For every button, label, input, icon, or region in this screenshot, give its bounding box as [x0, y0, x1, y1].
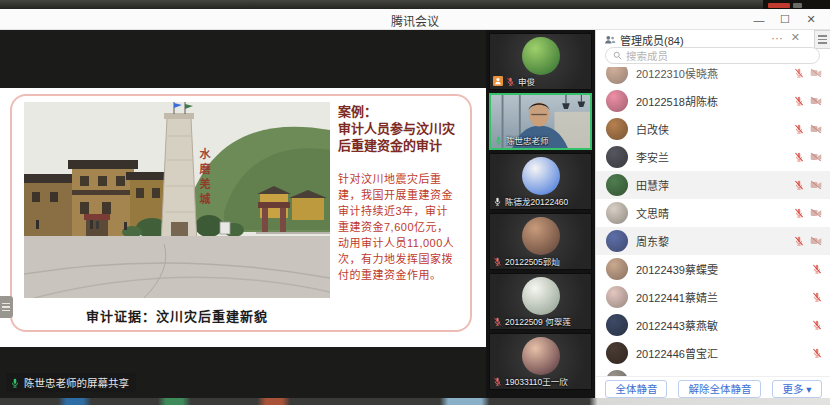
member-status-icons[interactable] [812, 347, 822, 359]
member-avatar [606, 118, 628, 140]
mic-icon [494, 135, 503, 146]
tile-name-bar: 20122509 何翠莲 [493, 315, 589, 327]
member-row[interactable]: 文思晴 [596, 199, 830, 227]
member-avatar [606, 230, 628, 252]
member-row[interactable]: 20122439蔡蝶雯 [596, 255, 830, 283]
camera-off-icon [810, 68, 822, 78]
tile-name-bar: 陈世忠老师 [494, 134, 588, 146]
member-name: 20122446曾宝汇 [636, 345, 812, 361]
maximize-button[interactable]: ☐ [772, 9, 798, 30]
member-row[interactable]: 白改侠 [596, 115, 830, 143]
share-control-handle [793, 3, 802, 8]
window-titlebar: 腾讯会议 — ☐ ✕ [0, 9, 830, 30]
window-controls: — ☐ ✕ [746, 9, 824, 30]
presentation-slide: 水磨羌城 审计证据：汶川灾后重建新貌 案例： 审计人员参与汶川灾后重建资金的审计… [0, 88, 486, 347]
member-status-icons[interactable] [794, 235, 822, 247]
member-status-icons[interactable] [794, 67, 822, 79]
minimize-button[interactable]: — [746, 9, 772, 30]
mic-muted-icon [812, 319, 822, 331]
window-title: 腾讯会议 [0, 12, 830, 29]
members-panel: 管理成员(84) ··· ✕ 20122310侯晓燕 20122518胡陈栋 [595, 30, 830, 398]
end-share-indicator [768, 3, 790, 8]
member-name: 20122310侯晓燕 [636, 67, 794, 81]
camera-off-icon [810, 124, 822, 134]
panel-close-button[interactable]: ✕ [791, 31, 800, 44]
video-tile[interactable]: 陈世忠老师 [489, 93, 592, 150]
mic-muted-icon [794, 235, 804, 247]
member-avatar [606, 174, 628, 196]
member-avatar [606, 286, 628, 308]
member-search-box[interactable] [605, 47, 820, 64]
background-window-strip [0, 0, 830, 9]
shared-screen-area: 水磨羌城 审计证据：汶川灾后重建新貌 案例： 审计人员参与汶川灾后重建资金的审计… [0, 30, 486, 398]
member-row[interactable]: 周东黎 [596, 227, 830, 255]
video-tile[interactable]: 陈德龙20122460 [489, 153, 592, 210]
member-row[interactable]: 田慧萍 [596, 171, 830, 199]
video-tile[interactable]: 19033110王一欣 [489, 333, 592, 390]
mic-muted-icon [493, 256, 502, 267]
participant-name: 申俊 [518, 75, 535, 87]
participant-avatar [522, 37, 560, 75]
member-row[interactable]: 20122518胡陈栋 [596, 87, 830, 115]
case-heading-rest: 审计人员参与汶川灾后重建资金的审计 [338, 121, 458, 155]
member-name: 20122518胡陈栋 [636, 93, 794, 109]
slide-caption: 审计证据：汶川灾后重建新貌 [24, 306, 330, 325]
presenter-toolbar-chip[interactable] [0, 296, 13, 318]
member-status-icons[interactable] [794, 151, 822, 163]
mic-muted-icon [812, 347, 822, 359]
mic-muted-icon [493, 376, 502, 387]
mic-on-icon [10, 377, 20, 389]
mic-muted-icon [794, 179, 804, 191]
panel-collapse-button[interactable] [814, 30, 830, 49]
search-icon [613, 51, 622, 60]
participant-avatar [522, 337, 560, 375]
video-tile[interactable]: 20122509 何翠莲 [489, 273, 592, 330]
member-status-icons[interactable] [812, 291, 822, 303]
case-heading-label: 案例： [338, 104, 458, 121]
tile-name-bar: 申俊 [493, 75, 589, 87]
participant-avatar [522, 157, 560, 195]
member-row[interactable]: 李安兰 [596, 143, 830, 171]
member-row[interactable]: 20122446曾宝汇 [596, 339, 830, 367]
tile-name-bar: 陈德龙20122460 [493, 195, 589, 207]
mute-all-button[interactable]: 全体静音 [605, 380, 667, 398]
close-button[interactable]: ✕ [798, 9, 824, 30]
panel-more-button[interactable]: ··· [771, 31, 783, 45]
screen-share-label: 陈世忠老师的屏幕共享 [24, 375, 129, 390]
member-avatar [606, 258, 628, 280]
member-status-icons[interactable] [812, 263, 822, 275]
members-panel-title: 管理成员(84) [620, 32, 684, 48]
member-row[interactable]: 20122441蔡婧兰 [596, 283, 830, 311]
member-avatar [606, 67, 628, 84]
member-status-icons[interactable] [794, 95, 822, 107]
participant-name: 20122509 何翠莲 [505, 315, 571, 327]
member-list[interactable]: 20122310侯晓燕 20122518胡陈栋 白改侠 李安兰 [596, 67, 830, 376]
member-name: 20122439蔡蝶雯 [636, 261, 812, 277]
member-status-icons[interactable] [812, 319, 822, 331]
member-status-icons[interactable] [794, 207, 822, 219]
tile-name-bar: 20122505郭灿 [493, 255, 589, 267]
member-avatar [606, 314, 628, 336]
member-search-input[interactable] [626, 50, 812, 62]
member-name: 20122443蔡燕敏 [636, 317, 812, 333]
member-status-icons[interactable] [794, 179, 822, 191]
mic-muted-icon [794, 67, 804, 79]
member-row[interactable]: 20122310侯晓燕 [596, 67, 830, 87]
member-status-icons[interactable] [794, 123, 822, 135]
member-row[interactable]: 20122443蔡燕敏 [596, 311, 830, 339]
member-avatar [606, 342, 628, 364]
video-tile[interactable]: 20122505郭灿 [489, 213, 592, 270]
tile-name-bar: 19033110王一欣 [493, 375, 589, 387]
participant-avatar [522, 277, 560, 315]
more-actions-button[interactable]: 更多 ▾ [772, 380, 821, 398]
mic-muted-icon [812, 263, 822, 275]
member-avatar [606, 90, 628, 112]
video-tile[interactable]: 申俊 [489, 33, 592, 90]
case-body-text: 针对汶川地震灾后重建，我国开展重建资金审计持续近3年，审计重建资金7,600亿元… [338, 171, 458, 283]
members-icon [604, 34, 616, 46]
member-row[interactable] [596, 367, 830, 376]
unmute-all-button[interactable]: 解除全体静音 [678, 380, 761, 398]
member-name: 田慧萍 [636, 177, 794, 193]
host-badge-icon [493, 76, 503, 86]
member-name: 李安兰 [636, 149, 794, 165]
